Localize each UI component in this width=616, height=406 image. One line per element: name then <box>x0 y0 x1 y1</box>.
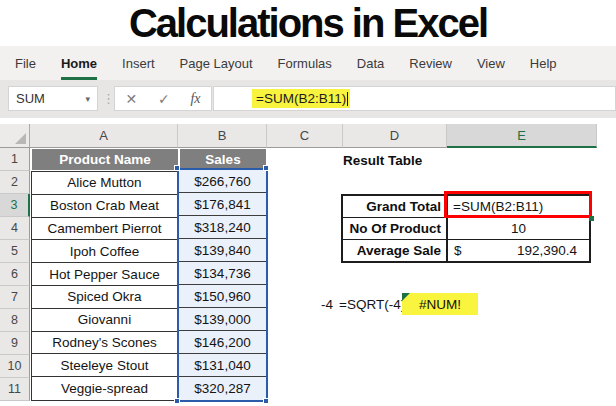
formula-bar: SUM ▾ ⋮ ✕ ✓ fx =SUM(B2:B11) <box>0 80 616 118</box>
tab-insert[interactable]: Insert <box>122 46 155 80</box>
select-all-triangle-icon <box>15 133 26 144</box>
row-header-8[interactable]: 8 <box>0 309 30 332</box>
page-title: Calculations in Excel <box>0 0 616 46</box>
cell-b4[interactable]: $318,240 <box>179 216 266 239</box>
cell-a6[interactable]: Hot Pepper Sauce <box>32 263 177 286</box>
tab-file[interactable]: File <box>15 46 36 80</box>
cell-b7[interactable]: $150,960 <box>179 285 266 308</box>
name-box-value: SUM <box>16 91 45 106</box>
fill-handle[interactable] <box>589 216 594 221</box>
selection-handle-top-right[interactable] <box>263 165 269 171</box>
row-header-2[interactable]: 2 <box>0 171 30 194</box>
selection-handle-bottom-right[interactable] <box>263 398 269 404</box>
insert-function-icon[interactable]: fx <box>190 91 200 107</box>
num-error-cell[interactable]: #NUM! <box>402 293 478 315</box>
name-box[interactable]: SUM ▾ <box>8 86 98 111</box>
average-sale-amount: 192,390.4 <box>517 243 577 258</box>
column-header-e-selected[interactable]: E <box>447 124 597 148</box>
currency-symbol: $ <box>454 243 462 258</box>
tab-home[interactable]: Home <box>61 46 97 80</box>
ribbon-tab-bar: File Home Insert Page Layout Formulas Da… <box>0 46 616 80</box>
error-triangle-icon <box>402 293 410 301</box>
tab-help[interactable]: Help <box>530 46 557 80</box>
cell-a8[interactable]: Giovanni <box>32 309 177 332</box>
row-header-7[interactable]: 7 <box>0 286 30 309</box>
no-of-product-label[interactable]: No Of Product <box>343 218 448 239</box>
result-table-title: Result Table <box>343 149 422 171</box>
cell-b5[interactable]: $139,840 <box>179 239 266 262</box>
formula-bar-buttons: ✕ ✓ fx <box>114 86 212 111</box>
formula-text-highlight: =SUM(B2:B11) <box>252 89 350 108</box>
selection-handle-top-left[interactable] <box>174 165 180 171</box>
cell-b8[interactable]: $139,000 <box>179 308 266 331</box>
row-header-3-selected[interactable]: 3 <box>0 194 30 217</box>
num-error-text: #NUM! <box>419 297 461 312</box>
sqrt-operand-cell[interactable]: -4 <box>300 297 333 312</box>
cell-a9[interactable]: Rodney's Scones <box>32 332 177 355</box>
column-header-a[interactable]: A <box>30 124 178 148</box>
average-sale-label[interactable]: Average Sale <box>343 240 448 261</box>
cell-a11[interactable]: Veggie-spread <box>32 377 177 400</box>
tab-data[interactable]: Data <box>357 46 384 80</box>
row-header-9[interactable]: 9 <box>0 332 30 355</box>
result-row-average-sale: Average Sale $ 192,390.4 <box>343 240 589 261</box>
sqrt-formula-cell[interactable]: =SQRT(-4) <box>339 297 405 312</box>
cell-a5[interactable]: Ipoh Coffee <box>32 240 177 263</box>
cell-b3[interactable]: $176,841 <box>179 193 266 216</box>
selection-handle-bottom-left[interactable] <box>174 398 180 404</box>
tab-view[interactable]: View <box>477 46 505 80</box>
result-row-no-of-product: No Of Product 10 <box>343 218 589 240</box>
formula-input[interactable]: =SUM(B2:B11) <box>213 86 616 111</box>
cell-b2[interactable]: $266,760 <box>179 170 266 193</box>
row-header-4[interactable]: 4 <box>0 217 30 240</box>
text-cursor <box>347 92 348 106</box>
cell-b6[interactable]: $134,736 <box>179 262 266 285</box>
cell-a3[interactable]: Boston Crab Meat <box>32 195 177 218</box>
average-sale-value-cell[interactable]: $ 192,390.4 <box>448 240 589 261</box>
product-name-column: Alice Mutton Boston Crab Meat Camembert … <box>31 171 178 401</box>
cell-a4[interactable]: Camembert Pierrot <box>32 218 177 241</box>
cell-b10[interactable]: $131,040 <box>179 354 266 377</box>
cell-a10[interactable]: Steeleye Stout <box>32 354 177 377</box>
column-header-c[interactable]: C <box>267 124 343 148</box>
column-header-d[interactable]: D <box>343 124 447 148</box>
tab-page-layout[interactable]: Page Layout <box>180 46 253 80</box>
row-header-1[interactable]: 1 <box>0 148 30 171</box>
cell-b11[interactable]: $320,287 <box>179 377 266 400</box>
select-all-button[interactable] <box>0 124 30 148</box>
excel-screenshot: Calculations in Excel File Home Insert P… <box>0 0 616 406</box>
row-header-10[interactable]: 10 <box>0 355 30 378</box>
no-of-product-value-cell[interactable]: 10 <box>448 218 589 239</box>
cell-a7[interactable]: Spiced Okra <box>32 286 177 309</box>
enter-icon[interactable]: ✓ <box>158 91 170 107</box>
formula-text: =SUM(B2:B11) <box>256 91 346 106</box>
cell-a1-product-name-header[interactable]: Product Name <box>32 149 178 170</box>
column-header-b[interactable]: B <box>178 124 267 148</box>
cell-b1-sales-header[interactable]: Sales <box>180 149 266 170</box>
selected-range-b2-b11: $266,760 $176,841 $318,240 $139,840 $134… <box>177 168 268 402</box>
tab-formulas[interactable]: Formulas <box>278 46 332 80</box>
grand-total-label[interactable]: Grand Total <box>343 196 448 217</box>
cell-b9[interactable]: $146,200 <box>179 331 266 354</box>
row-header-5[interactable]: 5 <box>0 240 30 263</box>
active-cell-red-outline <box>444 191 592 218</box>
chevron-down-icon[interactable]: ▾ <box>85 94 90 104</box>
row-header-6[interactable]: 6 <box>0 263 30 286</box>
cell-a2[interactable]: Alice Mutton <box>32 172 177 195</box>
row-header-11[interactable]: 11 <box>0 378 30 401</box>
cancel-icon[interactable]: ✕ <box>125 91 137 107</box>
tab-review[interactable]: Review <box>409 46 452 80</box>
